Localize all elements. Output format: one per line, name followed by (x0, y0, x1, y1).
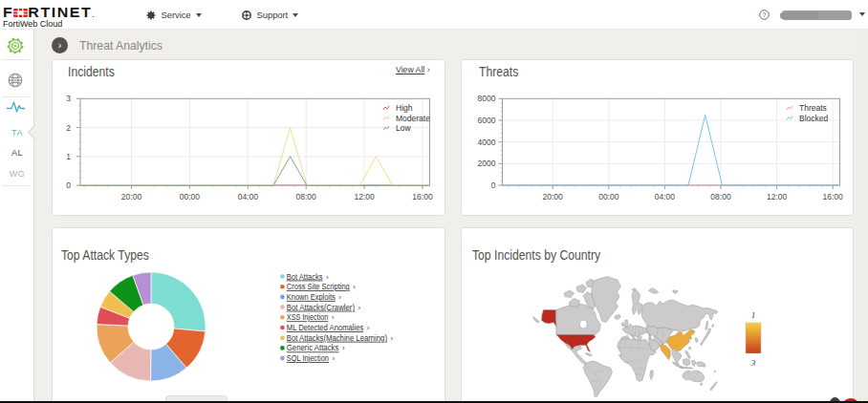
svg-text:00:00: 00:00 (598, 192, 619, 202)
svg-text:1: 1 (66, 152, 71, 161)
svg-text:Bot Attacks(Machine Learning): Bot Attacks(Machine Learning) (287, 333, 387, 343)
svg-text:XSS Injection: XSS Injection (287, 312, 329, 322)
svg-text:08:00: 08:00 (296, 192, 317, 202)
svg-text:8000: 8000 (478, 94, 496, 103)
svg-text:3: 3 (750, 358, 756, 368)
svg-text:04:00: 04:00 (655, 192, 676, 202)
svg-text:4000: 4000 (478, 138, 496, 147)
svg-text:›: › (391, 334, 394, 343)
svg-text:SQL Injection: SQL Injection (287, 353, 330, 363)
svg-text:16:00: 16:00 (823, 192, 844, 202)
svg-text:Moderate: Moderate (396, 114, 430, 123)
svg-text:?: ? (763, 11, 767, 18)
svg-text:›: › (338, 293, 341, 302)
svg-text:16:00: 16:00 (412, 192, 433, 202)
svg-text:0: 0 (66, 180, 71, 190)
svg-text:2: 2 (66, 123, 71, 133)
svg-text:6000: 6000 (478, 116, 496, 125)
svg-text:›: › (333, 354, 336, 363)
svg-text:0: 0 (491, 180, 496, 190)
svg-text:›: › (358, 304, 361, 312)
svg-text:20:00: 20:00 (543, 192, 564, 202)
svg-text:›: › (326, 273, 329, 282)
svg-text:2000: 2000 (478, 159, 496, 168)
svg-text:Cross Site Scripting: Cross Site Scripting (287, 282, 350, 291)
svg-text:Low: Low (396, 123, 411, 133)
svg-text:20:00: 20:00 (121, 192, 142, 202)
svg-text:›: › (332, 313, 335, 322)
svg-text:›: › (367, 324, 370, 332)
svg-text:1: 1 (751, 310, 756, 320)
svg-text:High: High (396, 103, 413, 113)
svg-text:Bot Attacks: Bot Attacks (287, 272, 323, 282)
svg-text:12:00: 12:00 (354, 192, 375, 202)
svg-text:›: › (342, 344, 345, 352)
svg-text:00:00: 00:00 (180, 192, 201, 202)
svg-text:Generic Attacks: Generic Attacks (287, 343, 339, 352)
svg-text:12:00: 12:00 (767, 192, 788, 202)
svg-text:Known Exploits: Known Exploits (287, 292, 336, 302)
svg-text:08:00: 08:00 (710, 192, 731, 202)
svg-text:04:00: 04:00 (238, 192, 259, 202)
svg-text:ML Detected Anomalies: ML Detected Anomalies (287, 323, 364, 332)
svg-text:Bot Attacks(Crawler): Bot Attacks(Crawler) (287, 303, 356, 312)
svg-text:Threats: Threats (799, 103, 827, 113)
svg-text:Blocked: Blocked (799, 114, 829, 123)
svg-text:3: 3 (66, 94, 71, 103)
svg-text:›: › (353, 283, 356, 291)
